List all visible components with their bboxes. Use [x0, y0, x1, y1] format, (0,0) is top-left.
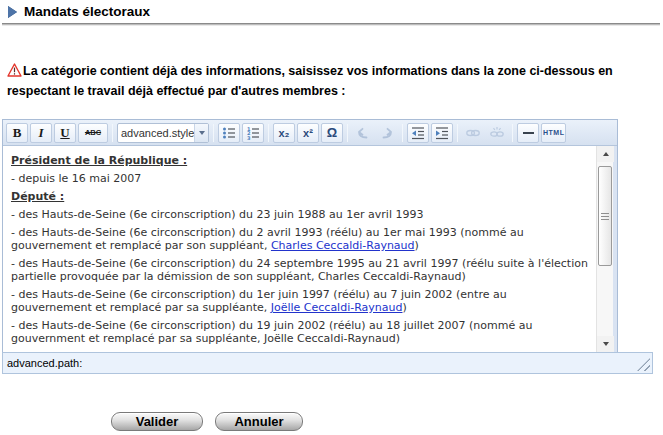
- scrollbar-thumb[interactable]: [598, 166, 612, 266]
- editor-statusbar: advanced.path:: [2, 352, 653, 374]
- scroll-down-button[interactable]: [597, 336, 614, 352]
- editor-area: Président de la République :- depuis le …: [3, 146, 617, 352]
- cancel-button[interactable]: Annuler: [215, 412, 303, 431]
- toolbar-separator: [402, 124, 403, 142]
- numbered-list-button[interactable]: 123: [242, 123, 264, 143]
- arrow-down-icon: [603, 342, 609, 346]
- editor-paragraph: - des Hauts-de-Seine (6e circonscription…: [11, 208, 588, 221]
- svg-text:3: 3: [247, 134, 251, 140]
- horizontal-rule-icon: [523, 132, 534, 134]
- content-text: - des Hauts-de-Seine (6e circonscription…: [11, 319, 532, 345]
- outdent-icon: [410, 125, 426, 141]
- warning-message: La catégorie contient déjà des informati…: [7, 62, 655, 100]
- content-text: Député :: [11, 190, 64, 203]
- editor-heading: Député :: [11, 190, 588, 203]
- editor-paragraph: - des Hauts-de-Seine (6e circonscription…: [11, 319, 588, 345]
- content-text: - des Hauts-de-Seine (6e circonscription…: [11, 208, 423, 221]
- undo-icon: [355, 125, 371, 141]
- special-char-button[interactable]: Ω: [321, 123, 343, 143]
- section-header: Mandats électoraux: [8, 4, 150, 19]
- content-link[interactable]: Charles Ceccaldi-Raynaud: [271, 239, 415, 252]
- outdent-button[interactable]: [407, 123, 429, 143]
- editor-paragraph: - des Hauts-de-Seine (6e circonscription…: [11, 226, 588, 252]
- undo-button: [352, 123, 374, 143]
- resize-grip-icon[interactable]: [637, 358, 650, 371]
- content-text: - des Hauts-de-Seine (6e circonscription…: [11, 226, 524, 252]
- editor-paragraph: - des Hauts-de-Seine (6e circonscription…: [11, 257, 588, 283]
- bullet-list-button[interactable]: [218, 123, 240, 143]
- link-button: [462, 123, 484, 143]
- link-icon: [465, 125, 481, 141]
- italic-button[interactable]: I: [30, 123, 52, 143]
- indent-icon: [434, 125, 450, 141]
- content-text: - depuis le 16 mai 2007: [11, 172, 141, 185]
- content-text: ): [415, 239, 419, 252]
- redo-button: [376, 123, 398, 143]
- content-text: ): [403, 301, 407, 314]
- content-link[interactable]: Joëlle Ceccaldi-Raynaud: [271, 301, 403, 314]
- toolbar-separator: [457, 124, 458, 142]
- horizontal-rule-button[interactable]: [517, 123, 539, 143]
- content-text: - des Hauts-de-Seine (6e circonscription…: [11, 257, 588, 283]
- indent-button[interactable]: [431, 123, 453, 143]
- editor-paragraph: - depuis le 16 mai 2007: [11, 172, 588, 185]
- toolbar-separator: [268, 124, 269, 142]
- toolbar-separator: [347, 124, 348, 142]
- statusbar-path: advanced.path:: [7, 357, 82, 369]
- editor-toolbar: B I U ABC advanced.style 123: [3, 120, 617, 146]
- toolbar-separator: [112, 124, 113, 142]
- scrollbar-grip-icon: [601, 213, 609, 221]
- page-title: Mandats électoraux: [24, 4, 150, 19]
- html-source-button[interactable]: HTML: [541, 123, 566, 143]
- warning-text: La catégorie contient déjà des informati…: [7, 64, 613, 98]
- editor-scrollbar[interactable]: [596, 146, 613, 352]
- style-select-value: advanced.style: [118, 124, 194, 142]
- unlink-icon: [489, 125, 505, 141]
- strikethrough-button[interactable]: ABC: [78, 123, 108, 143]
- numbered-list-icon: 123: [245, 125, 261, 141]
- warning-icon: [7, 63, 22, 82]
- subscript-button[interactable]: x₂: [273, 123, 295, 143]
- page: Mandats électoraux La catégorie contient…: [0, 0, 663, 435]
- validate-button[interactable]: Valider: [111, 412, 203, 431]
- chevron-down-icon[interactable]: [194, 124, 208, 142]
- style-select[interactable]: advanced.style: [117, 123, 209, 143]
- arrow-up-icon: [603, 152, 609, 156]
- editor-paragraph: - des Hauts-de-Seine (6e circonscription…: [11, 288, 588, 314]
- bullet-list-icon: [221, 125, 237, 141]
- superscript-button[interactable]: x²: [297, 123, 319, 143]
- editor-body[interactable]: Président de la République :- depuis le …: [3, 146, 596, 352]
- content-text: - des Hauts-de-Seine (6e circonscription…: [11, 288, 507, 314]
- unlink-button: [486, 123, 508, 143]
- header-divider: [2, 23, 660, 26]
- rich-text-editor: B I U ABC advanced.style 123: [2, 119, 618, 352]
- bold-button[interactable]: B: [6, 123, 28, 143]
- redo-icon: [379, 125, 395, 141]
- scroll-up-button[interactable]: [597, 146, 614, 162]
- underline-button[interactable]: U: [54, 123, 76, 143]
- content-text: Président de la République :: [11, 154, 187, 167]
- section-arrow-icon: [8, 6, 17, 18]
- toolbar-separator: [512, 124, 513, 142]
- editor-heading: Président de la République :: [11, 154, 588, 167]
- toolbar-separator: [213, 124, 214, 142]
